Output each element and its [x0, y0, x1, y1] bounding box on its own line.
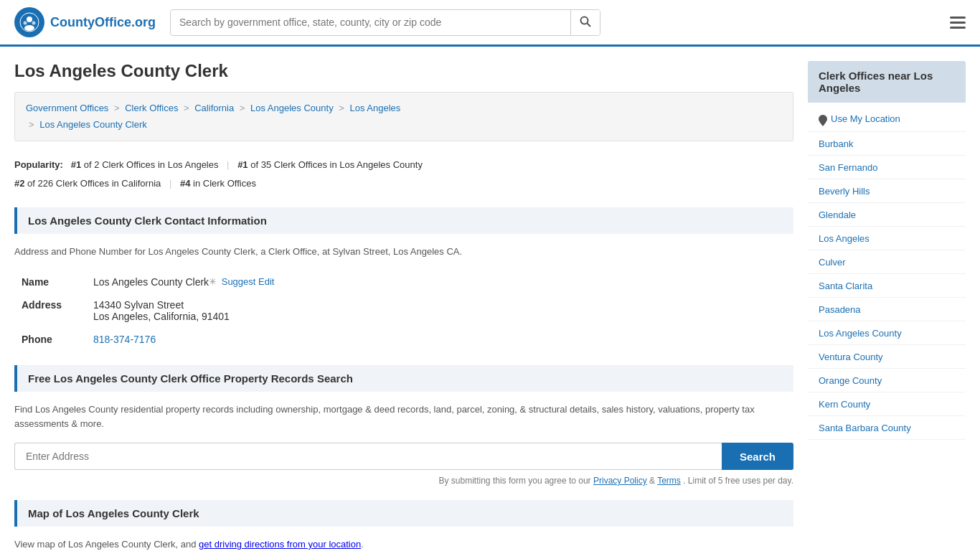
list-item: Los Angeles County: [808, 321, 966, 345]
sidebar-link-la-county[interactable]: Los Angeles County: [819, 328, 902, 339]
sidebar: Clerk Offices near Los Angeles Use My Lo…: [808, 61, 966, 551]
breadcrumb-sep-3: >: [240, 103, 245, 113]
breadcrumb-sep-4: >: [339, 103, 344, 113]
contact-section: Los Angeles County Clerk Contact Informa…: [14, 207, 793, 351]
address-input[interactable]: [14, 443, 722, 470]
rank-3-text: of 226 Clerk Offices in California: [27, 178, 161, 189]
breadcrumb: Government Offices > Clerk Offices > Cal…: [14, 92, 793, 141]
disclaimer-text: By submitting this form you agree to our: [439, 476, 591, 486]
list-item: Glendale: [808, 203, 966, 227]
list-item: Los Angeles: [808, 227, 966, 250]
main-content: Los Angeles County Clerk Government Offi…: [14, 61, 793, 551]
breadcrumb-sep-2: >: [184, 103, 189, 113]
sidebar-header: Clerk Offices near Los Angeles: [808, 61, 966, 103]
list-item: Culver: [808, 250, 966, 274]
rank-4-text: in Clerk Offices: [193, 178, 256, 189]
sidebar-use-location[interactable]: Use My Location: [808, 106, 966, 132]
address-label: Address: [14, 293, 86, 328]
phone-link[interactable]: 818-374-7176: [93, 334, 156, 345]
name-label: Name: [14, 270, 86, 293]
rank-2-number: #1: [237, 159, 248, 170]
form-disclaimer: By submitting this form you agree to our…: [14, 476, 793, 486]
svg-point-2: [24, 25, 34, 31]
list-item: Pasadena: [808, 298, 966, 321]
location-pin-icon: [819, 115, 827, 123]
property-description: Find Los Angeles County residential prop…: [14, 402, 793, 433]
property-section-header: Free Los Angeles County Clerk Office Pro…: [14, 365, 793, 392]
directions-link[interactable]: get driving directions from your locatio…: [199, 539, 361, 550]
sidebar-link-los-angeles[interactable]: Los Angeles: [819, 233, 870, 244]
address-form: Search: [14, 443, 793, 470]
breadcrumb-link-la[interactable]: Los Angeles: [349, 103, 400, 113]
popularity-label: Popularity:: [14, 159, 63, 170]
breadcrumb-link-clerk-offices[interactable]: Clerk Offices: [125, 103, 178, 113]
phone-value-cell: 818-374-7176: [86, 328, 793, 351]
breadcrumb-sep-1: >: [114, 103, 120, 113]
sidebar-link-san-fernando[interactable]: San Fernando: [819, 162, 877, 173]
hamburger-menu-icon[interactable]: [950, 17, 966, 29]
rank-3-number: #2: [14, 178, 24, 189]
svg-point-4: [32, 22, 36, 25]
contact-description: Address and Phone Number for Los Angeles…: [14, 245, 793, 260]
sidebar-link-kern-county[interactable]: Kern County: [819, 399, 870, 410]
svg-point-1: [27, 17, 32, 22]
logo-icon: [14, 7, 44, 37]
list-item: Orange County: [808, 369, 966, 392]
list-item: San Fernando: [808, 156, 966, 179]
limit-text: . Limit of 5 free uses per day.: [683, 476, 793, 486]
address-value-cell: 14340 Sylvan Street Los Angeles, Califor…: [86, 293, 793, 328]
sidebar-link-pasadena[interactable]: Pasadena: [819, 304, 861, 315]
breadcrumb-link-current[interactable]: Los Angeles County Clerk: [39, 119, 147, 130]
list-item: Beverly Hills: [808, 179, 966, 203]
search-input[interactable]: [171, 11, 570, 34]
search-submit-button[interactable]: [570, 10, 600, 35]
popularity-section: Popularity: #1 of 2 Clerk Offices in Los…: [14, 156, 793, 193]
sidebar-link-glendale[interactable]: Glendale: [819, 209, 856, 220]
rank-4-number: #4: [180, 178, 190, 189]
sidebar-link-santa-barbara-county[interactable]: Santa Barbara County: [819, 423, 911, 433]
suggest-edit-link[interactable]: ✳ Suggest Edit: [209, 276, 274, 287]
search-bar: [170, 9, 600, 36]
sidebar-link-culver[interactable]: Culver: [819, 257, 846, 268]
terms-link[interactable]: Terms: [657, 476, 681, 486]
list-item: Kern County: [808, 392, 966, 416]
breadcrumb-link-gov-offices[interactable]: Government Offices: [26, 103, 108, 113]
property-section: Free Los Angeles County Clerk Office Pro…: [14, 365, 793, 486]
logo[interactable]: CountyOffice.org: [14, 7, 156, 37]
phone-label: Phone: [14, 328, 86, 351]
page-title: Los Angeles County Clerk: [14, 61, 793, 81]
breadcrumb-link-la-county[interactable]: Los Angeles County: [250, 103, 334, 113]
privacy-policy-link[interactable]: Privacy Policy: [593, 476, 647, 486]
site-header: CountyOffice.org: [0, 0, 980, 47]
sidebar-link-beverly-hills[interactable]: Beverly Hills: [819, 186, 870, 197]
contact-table: Name Los Angeles County Clerk ✳ Suggest …: [14, 270, 793, 351]
suggest-edit-label: Suggest Edit: [222, 276, 275, 287]
svg-point-5: [581, 17, 588, 24]
name-value: Los Angeles County Clerk: [93, 276, 209, 288]
contact-section-header: Los Angeles County Clerk Contact Informa…: [14, 207, 793, 234]
list-item: Ventura County: [808, 345, 966, 369]
breadcrumb-sep-5: >: [29, 119, 34, 130]
rank-1-text: of 2 Clerk Offices in Los Angeles: [84, 159, 219, 170]
address-line1: 14340 Sylvan Street: [93, 299, 786, 311]
map-section: Map of Los Angeles County Clerk View map…: [14, 500, 793, 551]
name-value-cell: Los Angeles County Clerk ✳ Suggest Edit: [86, 270, 793, 293]
map-section-header: Map of Los Angeles County Clerk: [14, 500, 793, 527]
use-location-link[interactable]: Use My Location: [831, 113, 900, 124]
main-wrapper: Los Angeles County Clerk Government Offi…: [0, 47, 980, 551]
table-row: Address 14340 Sylvan Street Los Angeles,…: [14, 293, 793, 328]
logo-text: CountyOffice.org: [50, 15, 156, 30]
property-search-button[interactable]: Search: [722, 443, 793, 470]
breadcrumb-link-california[interactable]: California: [194, 103, 234, 113]
svg-point-3: [24, 22, 27, 25]
sidebar-link-orange-county[interactable]: Orange County: [819, 375, 882, 386]
sidebar-link-santa-clarita[interactable]: Santa Clarita: [819, 281, 872, 291]
svg-line-6: [588, 23, 591, 27]
suggest-edit-icon: ✳: [209, 276, 217, 287]
table-row: Name Los Angeles County Clerk ✳ Suggest …: [14, 270, 793, 293]
list-item: Santa Barbara County: [808, 416, 966, 440]
sidebar-link-burbank[interactable]: Burbank: [819, 138, 853, 149]
sidebar-link-ventura-county[interactable]: Ventura County: [819, 352, 883, 362]
list-item: Burbank: [808, 132, 966, 156]
rank-2-text: of 35 Clerk Offices in Los Angeles Count…: [250, 159, 423, 170]
